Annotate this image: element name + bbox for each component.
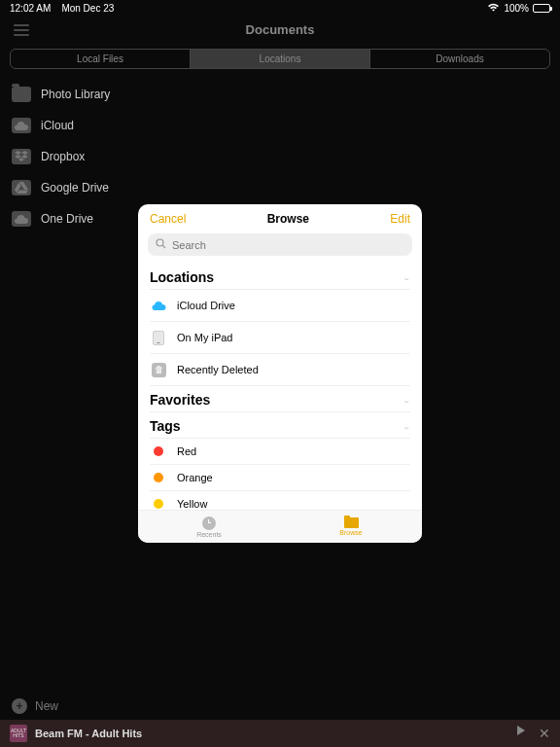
source-label: Photo Library bbox=[41, 88, 110, 101]
chevron-down-icon: ⌄ bbox=[402, 397, 410, 404]
row-label: Orange bbox=[177, 472, 213, 483]
modal-tabbar: Recents Browse bbox=[138, 510, 422, 543]
dropbox-icon bbox=[12, 149, 31, 164]
segment-downloads[interactable]: Downloads bbox=[369, 50, 549, 68]
battery-icon bbox=[533, 4, 550, 13]
play-icon[interactable] bbox=[517, 726, 525, 735]
source-label: iCloud bbox=[41, 119, 74, 132]
status-left: 12:02 AM Mon Dec 23 bbox=[10, 3, 114, 14]
player-title: Beam FM - Adult Hits bbox=[35, 728, 142, 739]
cloud-icon bbox=[12, 118, 31, 133]
tab-label: Recents bbox=[196, 531, 222, 538]
new-button[interactable]: + New bbox=[12, 698, 58, 714]
source-item-dropbox[interactable]: Dropbox bbox=[0, 141, 560, 172]
segment-locations[interactable]: Locations bbox=[190, 50, 369, 68]
new-label: New bbox=[35, 699, 58, 713]
player-thumbnail: ADULT HITS bbox=[10, 725, 27, 742]
section-tags-title[interactable]: Tags ⌄ bbox=[150, 412, 410, 439]
row-label: Red bbox=[177, 445, 196, 457]
page-title: Documents bbox=[0, 22, 560, 37]
status-right: 100% bbox=[487, 3, 550, 14]
chevron-down-icon: ⌄ bbox=[402, 423, 410, 430]
folder-icon bbox=[344, 517, 359, 528]
clock-icon bbox=[202, 516, 216, 530]
chevron-down-icon: ⌄ bbox=[402, 274, 410, 281]
row-label: Recently Deleted bbox=[177, 364, 259, 375]
source-label: Google Drive bbox=[41, 181, 109, 195]
svg-line-1 bbox=[162, 245, 165, 248]
search-box[interactable] bbox=[148, 233, 412, 256]
onedrive-icon bbox=[12, 211, 31, 227]
row-label: iCloud Drive bbox=[177, 300, 235, 311]
menu-icon[interactable] bbox=[10, 20, 33, 40]
row-label: On My iPad bbox=[177, 332, 232, 343]
source-label: Dropbox bbox=[41, 150, 85, 163]
tab-label: Browse bbox=[339, 529, 362, 536]
search-icon bbox=[156, 238, 166, 251]
google-drive-icon bbox=[12, 180, 31, 196]
tag-dot-icon bbox=[154, 499, 163, 509]
row-label: Yellow bbox=[177, 498, 207, 510]
ipad-icon bbox=[150, 329, 167, 346]
svg-point-0 bbox=[157, 239, 163, 246]
status-bar: 12:02 AM Mon Dec 23 100% bbox=[0, 0, 560, 17]
cancel-button[interactable]: Cancel bbox=[150, 212, 186, 226]
row-on-my-ipad[interactable]: On My iPad bbox=[150, 322, 410, 354]
tag-row-red[interactable]: Red bbox=[150, 439, 410, 465]
tab-browse[interactable]: Browse bbox=[280, 511, 422, 543]
main-header: Documents bbox=[0, 17, 560, 43]
modal-header: Cancel Browse Edit bbox=[138, 204, 422, 233]
tab-recents[interactable]: Recents bbox=[138, 511, 280, 543]
player-controls: ✕ bbox=[517, 726, 550, 741]
search-input[interactable] bbox=[172, 239, 404, 251]
tag-dot-icon bbox=[154, 473, 163, 482]
search-wrap bbox=[138, 233, 422, 264]
source-item-photo-library[interactable]: Photo Library bbox=[0, 79, 560, 110]
cloud-icon bbox=[150, 297, 167, 314]
tag-row-orange[interactable]: Orange bbox=[150, 465, 410, 491]
plus-icon: + bbox=[12, 698, 27, 714]
section-favorites-title[interactable]: Favorites ⌄ bbox=[150, 386, 410, 412]
tag-row-yellow[interactable]: Yellow bbox=[150, 491, 410, 510]
player-bar: ADULT HITS Beam FM - Adult Hits ✕ bbox=[0, 720, 560, 747]
row-recently-deleted[interactable]: 🗑 Recently Deleted bbox=[150, 354, 410, 386]
source-label: One Drive bbox=[41, 212, 93, 226]
status-date: Mon Dec 23 bbox=[61, 3, 114, 14]
wifi-icon bbox=[487, 3, 500, 14]
segment-local-files[interactable]: Local Files bbox=[11, 50, 190, 68]
source-item-icloud[interactable]: iCloud bbox=[0, 110, 560, 141]
modal-body: Locations ⌄ iCloud Drive On My iPad 🗑 Re… bbox=[138, 264, 422, 510]
browse-modal: Cancel Browse Edit Locations ⌄ iCloud Dr… bbox=[138, 204, 422, 543]
row-icloud-drive[interactable]: iCloud Drive bbox=[150, 290, 410, 322]
status-time: 12:02 AM bbox=[10, 3, 51, 14]
battery-percent: 100% bbox=[504, 3, 529, 14]
close-icon[interactable]: ✕ bbox=[539, 726, 550, 741]
folder-icon bbox=[12, 87, 31, 102]
tag-dot-icon bbox=[154, 446, 163, 456]
segmented-control: Local Files Locations Downloads bbox=[10, 49, 550, 69]
modal-title: Browse bbox=[267, 212, 309, 226]
trash-icon: 🗑 bbox=[150, 361, 167, 378]
section-locations-title[interactable]: Locations ⌄ bbox=[150, 264, 410, 290]
source-item-google-drive[interactable]: Google Drive bbox=[0, 172, 560, 203]
edit-button[interactable]: Edit bbox=[390, 212, 410, 226]
